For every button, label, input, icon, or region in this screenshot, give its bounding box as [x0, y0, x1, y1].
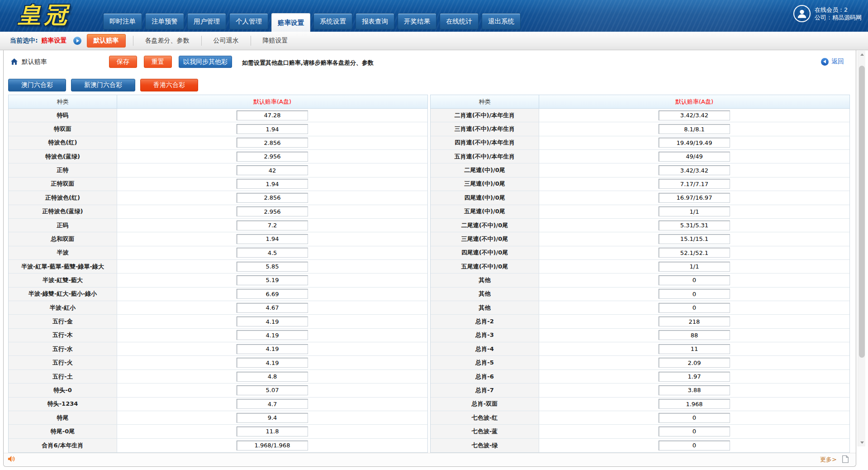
odds-input[interactable]: [659, 441, 730, 451]
odds-input[interactable]: [237, 248, 308, 258]
odds-input[interactable]: [659, 110, 730, 120]
nav-tab-5[interactable]: 赔率设置: [271, 13, 310, 32]
odds-input[interactable]: [237, 372, 308, 382]
odds-input[interactable]: [237, 385, 308, 395]
odds-input[interactable]: [659, 427, 730, 436]
odds-input[interactable]: [659, 330, 730, 340]
table-row: 特头-1234: [9, 398, 427, 411]
odds-input[interactable]: [237, 124, 308, 134]
odds-input[interactable]: [659, 317, 730, 326]
odds-input[interactable]: [237, 317, 308, 326]
nav-tab-9[interactable]: 在线统计: [440, 13, 479, 29]
more-link[interactable]: 更多>: [820, 456, 837, 464]
table-row: 二尾連(不中)/0尾: [431, 219, 849, 232]
odds-input[interactable]: [237, 138, 308, 148]
row-category-label: 总肖-4: [431, 342, 539, 355]
table-row: 二肖連(不中)/本年生肖: [431, 109, 849, 122]
odds-input[interactable]: [237, 275, 308, 285]
row-value-cell: [539, 163, 849, 177]
lottery-tab-3[interactable]: 香港六合彩: [140, 79, 198, 91]
odds-input[interactable]: [237, 221, 308, 230]
odds-input[interactable]: [237, 206, 308, 216]
odds-input[interactable]: [237, 399, 308, 409]
odds-input[interactable]: [237, 358, 308, 368]
odds-input[interactable]: [659, 413, 730, 423]
nav-tab-6[interactable]: 系统设置: [313, 13, 352, 29]
row-category-label: 其他: [431, 288, 539, 301]
row-category-label: 总肖-3: [431, 329, 539, 342]
column-header-odds: 默认赔率(A盘): [539, 95, 849, 108]
lottery-tab-2[interactable]: 新澳门六合彩: [71, 79, 135, 91]
odds-input[interactable]: [659, 262, 730, 272]
vertical-scrollbar[interactable]: [858, 51, 865, 446]
submenu-item-1[interactable]: 各盘差分、参数: [133, 36, 201, 46]
odds-input[interactable]: [659, 152, 730, 162]
table-row: 特尾: [9, 411, 427, 425]
odds-input[interactable]: [659, 138, 730, 148]
row-value-cell: [117, 329, 427, 342]
odds-input[interactable]: [659, 124, 730, 134]
back-link[interactable]: 返回: [821, 58, 844, 66]
nav-tab-3[interactable]: 用户管理: [187, 13, 226, 29]
nav-tab-2[interactable]: 注单预警: [145, 13, 184, 29]
odds-input[interactable]: [659, 193, 730, 203]
row-value-cell: [117, 356, 427, 369]
odds-input[interactable]: [659, 372, 730, 382]
row-category-label: 其他: [431, 301, 539, 314]
odds-input[interactable]: [659, 399, 730, 409]
nav-tab-7[interactable]: 报表查询: [356, 13, 394, 29]
odds-input[interactable]: [237, 262, 308, 272]
odds-input[interactable]: [659, 248, 730, 258]
reset-button[interactable]: 重置: [144, 56, 172, 68]
row-category-label: 特双面: [9, 122, 117, 135]
row-category-label: 二肖連(不中)/本年生肖: [431, 109, 539, 122]
row-value-cell: [539, 232, 849, 245]
submenu-item-2[interactable]: 公司退水: [201, 36, 251, 46]
odds-input[interactable]: [237, 193, 308, 203]
odds-input[interactable]: [237, 179, 308, 189]
odds-input[interactable]: [237, 165, 308, 175]
nav-tab-1[interactable]: 即时注单: [103, 13, 142, 29]
sync-to-others-button[interactable]: 以我同步其他彩: [179, 56, 232, 68]
odds-input[interactable]: [237, 413, 308, 423]
odds-input[interactable]: [659, 358, 730, 368]
odds-input[interactable]: [659, 165, 730, 175]
scroll-down-arrow[interactable]: [858, 439, 866, 446]
odds-input[interactable]: [659, 234, 730, 244]
row-value-cell: [117, 177, 427, 191]
odds-input[interactable]: [237, 152, 308, 162]
odds-input[interactable]: [237, 330, 308, 340]
odds-input[interactable]: [237, 234, 308, 244]
speaker-icon[interactable]: [7, 456, 15, 464]
odds-input[interactable]: [659, 303, 730, 313]
page-title: 默认赔率: [22, 58, 47, 66]
nav-tab-10[interactable]: 退出系统: [482, 13, 521, 29]
row-category-label: 特尾: [9, 411, 117, 424]
odds-input[interactable]: [659, 289, 730, 299]
user-info: 在线会员：2 公司：精品源码网: [793, 5, 862, 22]
nav-tab-8[interactable]: 开奖结果: [398, 13, 436, 29]
note-icon[interactable]: [841, 455, 849, 465]
odds-input[interactable]: [659, 206, 730, 216]
odds-input[interactable]: [237, 344, 308, 354]
odds-input[interactable]: [237, 289, 308, 299]
scroll-up-arrow[interactable]: [858, 51, 866, 58]
odds-input[interactable]: [237, 427, 308, 436]
odds-input[interactable]: [659, 179, 730, 189]
odds-input[interactable]: [659, 275, 730, 285]
odds-input[interactable]: [237, 110, 308, 120]
odds-input[interactable]: [237, 441, 308, 451]
row-category-label: 特码: [9, 109, 117, 122]
odds-input[interactable]: [659, 385, 730, 395]
nav-tab-4[interactable]: 个人管理: [229, 13, 268, 29]
lottery-tab-1[interactable]: 澳门六合彩: [8, 79, 66, 91]
save-button[interactable]: 保存: [109, 56, 137, 68]
table-row: 五尾連(不中)/0尾: [431, 260, 849, 273]
row-category-label: 正特: [9, 163, 117, 177]
odds-input[interactable]: [237, 303, 308, 313]
odds-input[interactable]: [659, 221, 730, 230]
submenu-item-3[interactable]: 降赔设置: [251, 36, 300, 46]
odds-input[interactable]: [659, 344, 730, 354]
submenu-item-default-odds[interactable]: 默认赔率: [87, 34, 126, 48]
scrollbar-thumb[interactable]: [859, 66, 865, 358]
